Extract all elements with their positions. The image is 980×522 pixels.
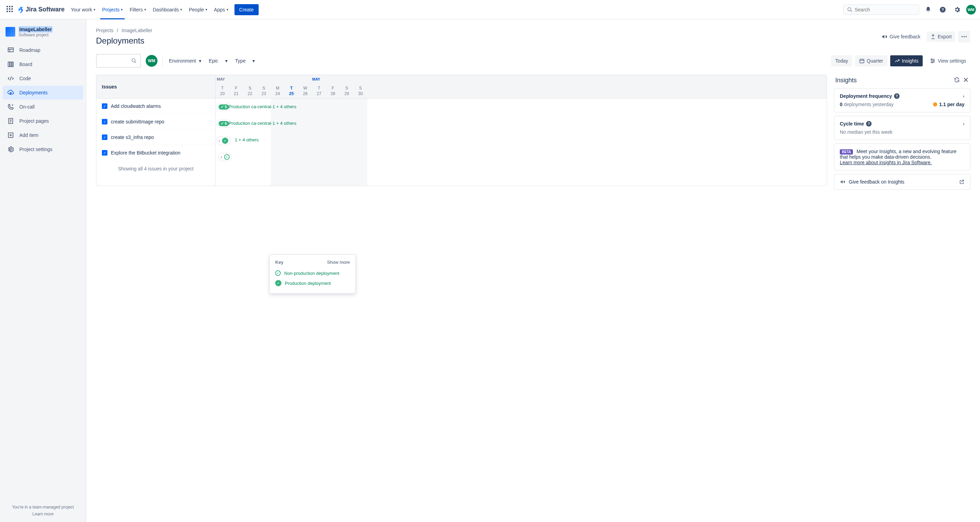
breadcrumb-project[interactable]: ImageLabeller [122,28,152,33]
sliders-icon [929,58,936,64]
deployment-frequency-card[interactable]: Deployment frequency ? › 0 deployments y… [834,88,970,112]
issue-type-icon: ✓ [102,119,107,125]
sidebar-item-board[interactable]: Board [3,57,83,71]
day-29: S29 [340,75,353,98]
create-button[interactable]: Create [234,4,259,15]
project-icon [6,27,15,37]
svg-line-19 [10,77,11,81]
global-search[interactable] [843,5,919,15]
export-button[interactable]: Export [927,32,955,42]
day-27: T27 [312,75,326,98]
quarter-button[interactable]: Quarter [855,55,887,66]
type-filter[interactable]: Type▾ [234,55,256,66]
team-managed-note: You're in a team-managed project [6,505,80,509]
chart-icon [894,58,900,64]
deployment-text: 1 + 4 others [235,137,259,142]
environment-filter[interactable]: Environment▾ [167,55,203,66]
insights-toggle[interactable]: Insights [890,55,923,66]
close-insights-icon[interactable] [963,77,969,84]
issue-row[interactable]: ✓create submitImage repo [96,114,215,129]
issue-row[interactable]: ✓Add cloudwatch alarms [96,99,215,114]
issues-footer: Showing all 4 issues in your project [96,160,215,177]
search-input[interactable] [855,7,915,13]
legend-prod: ✓ Production deployment [275,278,350,288]
svg-point-29 [963,36,964,37]
help-icon[interactable]: ? [866,121,872,126]
beta-insights-card: BETA Meet your Insights, a new and evolv… [834,144,970,171]
user-avatar[interactable]: WM [966,5,976,14]
search-icon [131,58,137,64]
give-feedback-insights-card[interactable]: Give feedback on Insights [834,174,970,190]
issue-row[interactable]: ✓create s3_infra repo [96,129,215,145]
view-settings-button[interactable]: View settings [926,55,970,67]
svg-point-40 [931,59,932,60]
day-30: S30 [353,75,368,98]
issue-type-icon: ✓ [102,134,107,140]
nav-apps[interactable]: Apps▾ [211,4,232,15]
svg-rect-16 [8,62,10,66]
epic-filter[interactable]: Epic▾ [208,55,229,66]
learn-more-insights-link[interactable]: Learn more about insights in Jira Softwa… [840,160,932,165]
chevron-right-icon: › [963,121,964,126]
sidebar-item-project-pages[interactable]: Project pages [3,114,83,128]
calendar-icon [859,58,865,64]
assignee-avatar[interactable]: WM [146,55,158,67]
project-type: Software project [19,32,52,37]
day-28: F28 [326,75,340,98]
nav-dashboards[interactable]: Dashboards▾ [150,4,186,15]
app-switcher-icon[interactable] [4,3,15,16]
day-23: S23 [257,75,271,98]
svg-point-9 [848,8,851,11]
day-25: T25 [285,75,298,98]
refresh-icon[interactable] [954,77,960,84]
day-22: S22 [243,75,257,98]
external-link-icon [959,179,964,185]
breadcrumb-projects[interactable]: Projects [96,28,114,33]
nav-projects[interactable]: Projects▾ [99,4,126,15]
svg-point-27 [10,148,12,150]
search-icon [847,7,853,13]
today-button[interactable]: Today [831,55,852,66]
svg-rect-2 [11,6,13,7]
megaphone-icon [840,179,845,185]
product-name: Jira Software [25,6,65,13]
svg-rect-8 [11,11,13,12]
svg-rect-7 [9,11,10,12]
svg-rect-33 [860,59,864,63]
notifications-icon[interactable] [923,4,934,15]
help-icon[interactable]: ? [937,4,948,15]
sidebar-item-add-item[interactable]: Add item [3,128,83,142]
svg-point-42 [932,62,933,63]
more-actions-button[interactable] [958,31,970,43]
show-more-link[interactable]: Show more [327,260,350,265]
svg-rect-5 [11,8,13,10]
deployment-pill[interactable]: ‹✓ [216,136,231,145]
give-feedback-button[interactable]: Give feedback [878,31,924,42]
svg-point-28 [962,36,963,37]
svg-rect-4 [9,8,10,10]
more-icon [961,33,967,40]
issue-row[interactable]: ✓Explore the Bitbucket integration [96,145,215,160]
cycle-time-card[interactable]: Cycle time ? › No median yet this week [834,116,970,140]
issues-column-header: Issues [96,75,215,99]
project-name: ImageLabeller [19,26,52,32]
key-label: Key [275,260,283,265]
sidebar-item-on-call[interactable]: On-call [3,100,83,114]
nav-your-work[interactable]: Your work▾ [67,4,99,15]
sidebar-item-code[interactable]: Code [3,72,83,85]
svg-line-10 [851,10,852,12]
sidebar-item-project-settings[interactable]: Project settings [3,142,83,156]
help-icon[interactable]: ? [894,93,900,99]
check-filled-icon: ✓ [275,280,282,286]
issue-search[interactable] [96,54,141,68]
nav-people[interactable]: People▾ [185,4,211,15]
settings-icon[interactable] [952,4,963,15]
learn-more-link[interactable]: Learn more [6,512,80,516]
deployment-pill[interactable]: ‹✓ [218,153,232,161]
svg-rect-6 [6,11,8,12]
sidebar-item-deployments[interactable]: Deployments [3,86,83,99]
nav-filters[interactable]: Filters▾ [126,4,149,15]
sidebar-icon [7,75,14,82]
jira-logo[interactable]: Jira Software [17,6,65,13]
sidebar-item-roadmap[interactable]: Roadmap [3,43,83,57]
